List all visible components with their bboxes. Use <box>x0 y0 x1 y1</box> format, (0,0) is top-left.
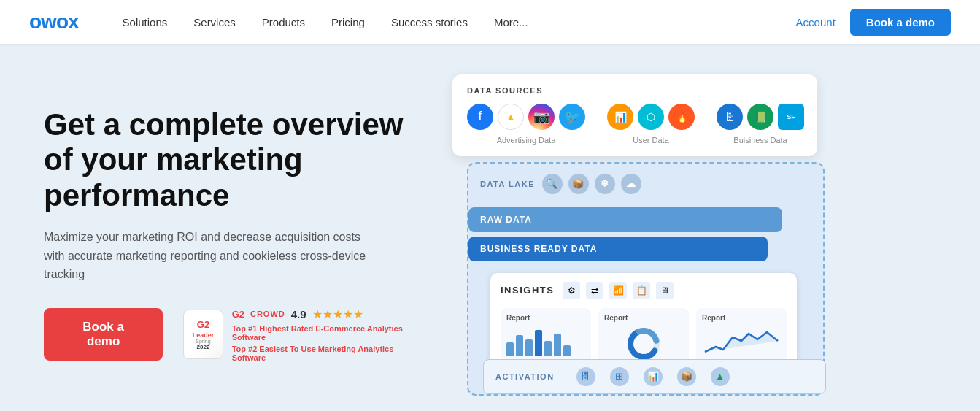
report-label-3: Report <box>702 314 781 322</box>
act-google-icon: ▲ <box>711 367 730 386</box>
cta-row: Book a demo G2 Leader Spring 2022 G2 CRO… <box>44 307 423 362</box>
insights-title: INSIGHTS <box>501 285 554 296</box>
cloud-dl-icon: ☁ <box>621 174 641 194</box>
mini-bar-chart <box>506 326 585 356</box>
business-icons: 🗄 📗 SF <box>717 104 804 130</box>
datalake-icons: 🔍 📦 ❄ ☁ <box>542 174 641 194</box>
advertising-icons: f ▲ 📷 🐦 <box>467 104 585 130</box>
badge-line-2: Top #2 Easiest To Use Marketing Analytic… <box>232 345 423 362</box>
nav-success-stories[interactable]: Success stories <box>391 16 468 28</box>
badge-info: G2 CROWD 4.9 ★★★★★ Top #1 Highest Rated … <box>232 307 423 362</box>
report-label-1: Report <box>506 314 585 322</box>
insights-header: INSIGHTS ⚙ ⇄ 📶 📋 🖥 <box>501 282 787 299</box>
mini-donut-chart <box>626 326 661 361</box>
book-demo-nav-button[interactable]: Book a demo <box>850 9 951 36</box>
table-icon: 📋 <box>633 282 650 299</box>
g2-badge: G2 Leader Spring 2022 <box>183 310 223 359</box>
leader-label: Leader <box>193 331 215 339</box>
crowd-label: CROWD <box>250 310 285 318</box>
datasources-title: DATA SOURCES <box>467 86 803 95</box>
season-label: Spring <box>196 339 210 344</box>
salesforce-icon: SF <box>778 104 804 130</box>
sheets-icon: 📗 <box>747 104 773 130</box>
google-ads-icon: ▲ <box>498 104 524 130</box>
box-dl-icon: 📦 <box>568 174 589 194</box>
advertising-label: Advertising Data <box>497 136 556 145</box>
sources-row: f ▲ 📷 🐦 Advertising Data 📊 ⬡ 🔥 User Data <box>467 104 803 145</box>
navbar: owox Solutions Services Products Pricing… <box>0 0 980 44</box>
database-icon: 🗄 <box>717 104 743 130</box>
report-card-2: Report <box>598 308 689 367</box>
badge-section: G2 Leader Spring 2022 G2 CROWD 4.9 ★★★★★… <box>183 307 423 362</box>
hero-diagram: DATA SOURCES f ▲ 📷 🐦 Advertising Data 📊 … <box>452 74 936 396</box>
nav-pricing[interactable]: Pricing <box>331 16 365 28</box>
datalake-area: DATA LAKE 🔍 📦 ❄ ☁ RAW DATA BUSINESS READ… <box>467 162 825 396</box>
act-bar-icon: 📊 <box>644 367 663 386</box>
mini-line-chart <box>702 326 781 358</box>
g2-crowd-logo: G2 <box>232 309 244 320</box>
activation-bar: ACTIVATION 🗄 ⊞ 📊 📦 ▲ <box>483 359 826 394</box>
snowflake-dl-icon: ❄ <box>595 174 615 194</box>
report-label-2: Report <box>604 314 683 322</box>
main-content: Get a complete overview of your marketin… <box>0 44 980 411</box>
nav-right: Account Book a demo <box>796 9 951 36</box>
hero-left: Get a complete overview of your marketin… <box>44 107 423 362</box>
user-label: User Data <box>633 136 669 145</box>
report-card-3: Report <box>696 308 787 367</box>
datasources-card: DATA SOURCES f ▲ 📷 🐦 Advertising Data 📊 … <box>452 74 817 156</box>
instagram-icon: 📷 <box>528 104 555 130</box>
firebase-icon: 🔥 <box>668 104 695 130</box>
insights-tool-icons: ⚙ ⇄ 📶 📋 🖥 <box>563 282 674 299</box>
nav-solutions[interactable]: Solutions <box>123 16 168 28</box>
business-data-group: 🗄 📗 SF Buisiness Data <box>717 104 804 145</box>
raw-data-card: RAW DATA <box>468 207 782 232</box>
analytics-icon: 📊 <box>607 104 633 130</box>
nav-products[interactable]: Products <box>262 16 305 28</box>
search-dl-icon: 🔍 <box>542 174 563 194</box>
activation-title: ACTIVATION <box>495 372 555 381</box>
crowd-line: G2 CROWD 4.9 ★★★★★ <box>232 307 423 321</box>
nav-more[interactable]: More... <box>494 16 528 28</box>
biz-ready-card: BUSINESS READY DATA <box>468 237 768 261</box>
reports-row: Report Report <box>501 308 787 367</box>
facebook-icon: f <box>467 104 493 130</box>
business-label: Buisiness Data <box>733 136 787 145</box>
star-icons: ★★★★★ <box>312 307 363 321</box>
datalake-title: DATA LAKE 🔍 📦 ❄ ☁ <box>480 174 811 194</box>
raw-data-title: RAW DATA <box>480 215 771 225</box>
act-grid-icon: ⊞ <box>610 367 629 386</box>
twitter-icon: 🐦 <box>559 104 585 130</box>
screen-icon: 🖥 <box>656 282 674 299</box>
hero-headline: Get a complete overview of your marketin… <box>44 107 423 213</box>
advertising-group: f ▲ 📷 🐦 Advertising Data <box>467 104 585 145</box>
connect-icon: ⇄ <box>586 282 603 299</box>
nav-links: Solutions Services Products Pricing Succ… <box>123 16 796 28</box>
rating-number: 4.9 <box>291 308 306 320</box>
user-data-group: 📊 ⬡ 🔥 User Data <box>607 104 695 145</box>
account-link[interactable]: Account <box>796 16 836 28</box>
report-card-1: Report <box>501 308 591 367</box>
hero-subtext: Maximize your marketing ROI and decrease… <box>44 228 379 284</box>
user-data-icons: 📊 ⬡ 🔥 <box>607 104 695 130</box>
act-db-icon: 🗄 <box>576 367 595 386</box>
biz-ready-title: BUSINESS READY DATA <box>480 244 756 254</box>
act-box-icon: 📦 <box>677 367 696 386</box>
logo[interactable]: owox <box>29 10 79 34</box>
year-label: 2022 <box>197 344 210 350</box>
bar-icon: 📶 <box>609 282 627 299</box>
badge-line-1: Top #1 Highest Rated E-Commerce Analytic… <box>232 324 423 342</box>
nav-services[interactable]: Services <box>193 16 236 28</box>
grid-icon: ⚙ <box>563 282 580 299</box>
hex-icon: ⬡ <box>638 104 664 130</box>
book-demo-main-button[interactable]: Book a demo <box>44 308 163 361</box>
g2-logo: G2 <box>197 319 209 330</box>
